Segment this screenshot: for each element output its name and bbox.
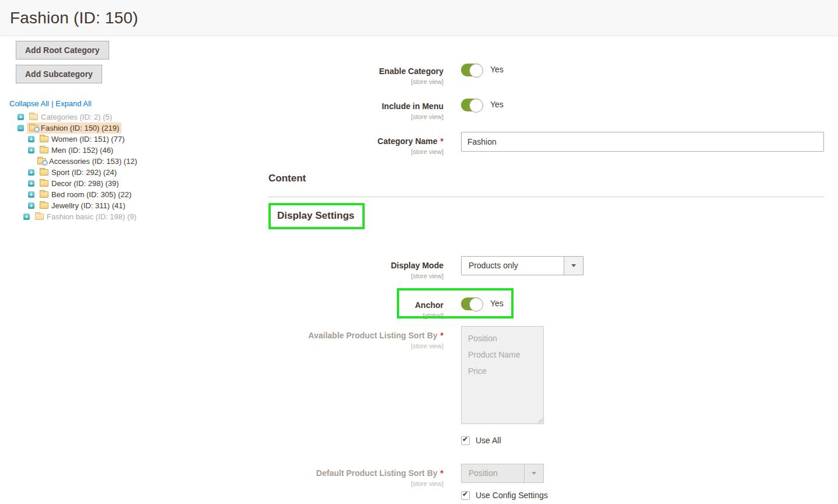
scope-note: [store view] [268,342,444,349]
page-title: Fashion (ID: 150) [10,9,138,27]
tree-node-accessories: Accessories (ID: 153) (12) [8,156,260,167]
field-category-name: Category Name* [store view] [268,132,824,155]
expand-icon[interactable] [28,147,34,153]
page-header: Fashion (ID: 150) [0,0,838,36]
collapse-all-link[interactable]: Collapse All [9,99,49,108]
default-sort-selected-value: Position [462,464,524,482]
expand-icon[interactable] [28,191,34,198]
add-root-category-button[interactable]: Add Root Category [16,41,109,60]
anchor-label: Anchor [415,300,444,310]
tree-node-label[interactable]: Categories (ID: 2) (5) [41,113,112,121]
folder-icon [40,180,48,187]
tree-node-categories: Categories (ID: 2) (5) [8,111,260,123]
use-config-label: Use Config Settings [476,491,548,500]
folder-icon [35,214,44,220]
tree-node-label[interactable]: Sport (ID: 292) (24) [51,168,117,177]
category-form: Enable Category [store view] Yes Include… [260,41,838,500]
multiselect-option: Price [462,363,543,379]
display-mode-select[interactable]: Products only [461,256,584,275]
tree-node-label[interactable]: Fashion (ID: 150) (219) [41,124,119,132]
use-all-label: Use All [476,436,501,445]
category-name-input[interactable] [461,132,824,152]
scope-note: [store view] [268,148,444,155]
use-config-checkbox[interactable] [461,491,470,500]
chevron-down-icon[interactable] [564,257,583,275]
tree-node-sport: Sport (ID: 292) (24) [8,167,260,178]
tree-links-divider: | [51,99,53,108]
tree-node-bed-room: Bed room (ID: 305) (22) [8,189,260,200]
resize-handle-icon[interactable] [537,417,543,423]
tree-node-label[interactable]: Fashion basic (ID: 198) (9) [47,212,137,221]
content-section-title[interactable]: Content [268,173,824,184]
field-display-mode: Display Mode [store view] Products only [268,256,824,279]
section-divider [268,197,824,197]
include-in-menu-label: Include in Menu [382,102,444,111]
default-sort-label: Default Product Listing Sort By* [316,468,444,478]
folder-icon [40,191,48,198]
main-content: Add Root Category Add Subcategory Collap… [0,36,838,500]
folder-open-icon [29,125,38,131]
tree-node-label[interactable]: Men (ID: 152) (46) [51,146,113,155]
tree-node-decor: Decor (ID: 298) (39) [8,178,260,189]
category-tree-panel: Add Root Category Add Subcategory Collap… [0,41,260,500]
field-enable-category: Enable Category [store view] Yes [268,62,824,85]
expand-icon[interactable] [28,202,34,209]
folder-icon [40,147,48,153]
expand-icon[interactable] [28,180,34,187]
folder-icon [40,169,48,176]
tree-controls: Collapse All|Expand All [9,99,260,108]
display-mode-selected-value: Products only [462,257,564,275]
tree-node-fashion-basic: Fashion basic (ID: 198) (9) [8,211,260,222]
folder-icon [29,114,38,120]
folder-open-icon [37,158,46,164]
scope-note: [global] [268,312,444,319]
category-tree: Categories (ID: 2) (5) Fashion (ID: 150)… [8,111,260,222]
available-sort-multiselect: Position Product Name Price [461,326,544,424]
use-all-checkbox[interactable] [461,436,470,445]
multiselect-option: Position [462,330,543,346]
tree-node-label[interactable]: Women (ID: 151) (77) [51,135,124,144]
enable-category-label: Enable Category [379,66,444,76]
expand-all-link[interactable]: Expand All [55,99,91,108]
tree-node-label[interactable]: Accessories (ID: 153) (12) [49,157,137,166]
field-default-sort: Default Product Listing Sort By* [store … [268,464,824,500]
required-asterisk: * [441,331,444,340]
enable-category-value: Yes [490,62,504,74]
display-settings-section: Display Settings [268,203,824,229]
tree-node-label[interactable]: Jewellry (ID: 311) (41) [51,201,125,210]
display-mode-label: Display Mode [391,261,444,270]
include-in-menu-toggle[interactable] [461,99,483,111]
field-available-sort: Available Product Listing Sort By* [stor… [268,326,824,445]
collapse-icon[interactable] [18,125,24,131]
field-include-in-menu: Include in Menu [store view] Yes [268,97,824,120]
enable-category-toggle[interactable] [461,64,483,76]
required-asterisk: * [441,468,444,478]
annotation-box-display-settings: Display Settings [268,203,365,229]
tree-node-women: Women (ID: 151) (77) [8,134,260,145]
anchor-toggle[interactable] [461,298,483,310]
tree-node-jewellry: Jewellry (ID: 311) (41) [8,200,260,211]
scope-note: [store view] [268,272,444,279]
required-asterisk: * [441,136,444,146]
expand-icon[interactable] [23,214,30,220]
expand-icon[interactable] [28,169,34,176]
anchor-value: Yes [490,296,504,308]
use-config-row: Use Config Settings [461,491,548,500]
expand-icon[interactable] [18,114,24,120]
expand-icon[interactable] [28,136,34,142]
scope-note: [store view] [268,480,444,487]
tree-node-fashion: Fashion (ID: 150) (219) [8,123,260,134]
content-section: Content [268,173,824,197]
default-sort-select: Position [461,464,544,483]
field-anchor: Anchor [global] Yes [268,296,824,319]
tree-node-label[interactable]: Decor (ID: 298) (39) [51,179,119,188]
available-sort-label: Available Product Listing Sort By* [308,331,444,340]
display-settings-title[interactable]: Display Settings [277,210,354,222]
multiselect-option: Product Name [462,346,543,363]
scope-note: [store view] [268,113,444,120]
tree-node-men: Men (ID: 152) (46) [8,145,260,156]
add-subcategory-button[interactable]: Add Subcategory [16,65,102,83]
folder-icon [40,202,48,209]
tree-node-label[interactable]: Bed room (ID: 305) (22) [51,190,131,199]
use-all-row: Use All [461,436,501,445]
